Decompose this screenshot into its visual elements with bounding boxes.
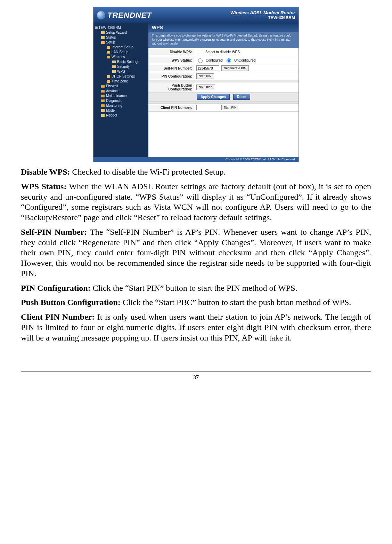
input-self-pin[interactable] xyxy=(196,65,219,71)
brand-text: TRENDNET xyxy=(107,11,152,20)
sidebar-item-diagnostic[interactable]: Diagnostic xyxy=(95,98,147,103)
radio-configured[interactable] xyxy=(198,58,203,63)
page-icon xyxy=(107,75,110,78)
sidebar-item-label: Mode xyxy=(106,108,115,113)
term-wps-status: WPS Status: xyxy=(21,182,66,191)
page-icon xyxy=(107,46,110,49)
brand: TRENDNET xyxy=(97,11,152,20)
checkbox-disable-wps[interactable] xyxy=(198,50,202,54)
radio-unconfigured-label: UnConfigured xyxy=(234,58,256,62)
sidebar-item-label: Security xyxy=(117,64,130,69)
product-line-2: TEW-436BRM xyxy=(230,16,295,20)
folder-open-icon xyxy=(107,56,110,58)
label-client-pin: Client PIN Number: xyxy=(148,105,194,111)
sidebar-item-label: Maintainance xyxy=(106,94,126,98)
folder-icon xyxy=(101,95,105,97)
label-self-pin: Self-PIN Number: xyxy=(148,65,194,71)
sidebar-item-lan-setup[interactable]: LAN Setup xyxy=(95,50,147,55)
label-disable-wps: Disable WPS: xyxy=(148,49,194,55)
sidebar-item-label: DHCP Settings xyxy=(112,74,135,79)
sidebar-item-label: Advance xyxy=(106,89,120,94)
sidebar-item-setup[interactable]: Setup xyxy=(95,40,147,45)
sidebar-item-label: Wireless xyxy=(112,55,125,59)
router-header: TRENDNET Wireless ADSL Modem Router TEW-… xyxy=(93,7,299,23)
sidebar-item-firewall[interactable]: Firewall xyxy=(95,84,147,89)
sidebar-item-wireless[interactable]: Wireless xyxy=(95,55,147,59)
sidebar-item-label: Time Zone xyxy=(112,79,128,84)
main-pane: WPS This page allows you to change the s… xyxy=(148,23,299,157)
sidebar-item-label: Internet Setup xyxy=(112,45,133,50)
page-number: 37 xyxy=(21,371,371,381)
page-icon xyxy=(112,70,116,73)
pane-title: WPS xyxy=(148,23,299,32)
folder-icon xyxy=(101,104,105,107)
label-wps-status: WPS Status: xyxy=(148,57,194,63)
sidebar-item-label: Diagnostic xyxy=(106,98,122,103)
sidebar-item-mode[interactable]: Mode xyxy=(95,108,147,113)
sidebar-item-wps[interactable]: WPS xyxy=(95,69,147,74)
sidebar-item-reboot[interactable]: Reboot xyxy=(95,113,147,118)
sidebar-item-label: Basic Settings xyxy=(117,59,139,64)
globe-icon xyxy=(97,11,105,19)
sidebar-item-internet-setup[interactable]: Internet Setup xyxy=(95,45,147,50)
term-push-button: Push Button Configuration: xyxy=(21,298,121,307)
sidebar-item-label: Firewall xyxy=(106,84,118,89)
start-pin-button[interactable]: Start PIN xyxy=(196,73,214,79)
def-pin-config: Click the “Start PIN” button to start th… xyxy=(91,283,297,293)
page-icon xyxy=(101,109,105,112)
pane-description: This page allows you to change the setti… xyxy=(148,32,299,48)
def-push-button: Click the “Start PBC” button to start th… xyxy=(121,298,351,307)
start-pbc-button[interactable]: Start PBC xyxy=(196,85,215,90)
sidebar-item-label: Monitoring xyxy=(106,103,122,108)
sidebar-item-label: LAN Setup xyxy=(112,50,128,55)
term-self-pin: Self-PIN Number: xyxy=(21,227,87,237)
page-icon xyxy=(107,51,110,54)
sidebar-item-security[interactable]: Security xyxy=(95,64,147,69)
sidebar-item-label: Setup Wizard xyxy=(106,30,127,35)
def-wps-status: When the WLAN ADSL Router settings are f… xyxy=(21,182,371,222)
sidebar-item-advance[interactable]: Advance xyxy=(95,89,147,94)
term-pin-config: PIN Configuration: xyxy=(21,283,91,293)
sidebar-item-label: WPS xyxy=(117,69,125,74)
sidebar-item-dhcp-settings[interactable]: DHCP Settings xyxy=(95,74,147,79)
label-push-button: Push Button Configuration: xyxy=(148,82,194,92)
client-start-pin-button[interactable]: Start PIN xyxy=(221,105,239,110)
page-icon xyxy=(112,61,116,63)
reset-button[interactable]: Reset xyxy=(233,94,250,100)
term-client-pin: Client PIN Number: xyxy=(21,312,95,321)
page-icon xyxy=(101,31,105,34)
term-disable-wps: Disable WPS: xyxy=(21,167,70,176)
folder-icon xyxy=(101,90,105,93)
input-client-pin[interactable] xyxy=(196,105,219,110)
router-admin-window: TRENDNET Wireless ADSL Modem Router TEW-… xyxy=(93,7,299,162)
label-pin-config: PIN Configuration: xyxy=(148,73,194,79)
radio-configured-label: Configured xyxy=(206,58,223,62)
product-title: Wireless ADSL Modem Router TEW-436BRM xyxy=(230,10,295,20)
sidebar-item-label: Reboot xyxy=(106,113,117,118)
sidebar: TEW-436BRM Setup WizardStatusSetupIntern… xyxy=(93,23,148,157)
router-footer: Copyright © 2009 TRENDnet. All Rights Re… xyxy=(93,157,299,162)
sidebar-item-maintainance[interactable]: Maintainance xyxy=(95,94,147,98)
folder-icon xyxy=(101,99,105,102)
sidebar-root[interactable]: TEW-436BRM xyxy=(95,25,147,30)
def-disable-wps: Checked to disable the Wi-Fi protected S… xyxy=(70,167,226,176)
folder-open-icon xyxy=(101,41,105,44)
sidebar-item-label: Setup xyxy=(106,40,115,45)
sidebar-item-setup-wizard[interactable]: Setup Wizard xyxy=(95,30,147,35)
radio-unconfigured[interactable] xyxy=(227,58,231,63)
sidebar-item-label: Status xyxy=(106,35,116,40)
page-icon xyxy=(101,114,105,117)
apply-changes-button[interactable]: Apply Changes xyxy=(197,94,230,100)
document-body: Disable WPS: Checked to disable the Wi-F… xyxy=(21,167,371,343)
sidebar-item-basic-settings[interactable]: Basic Settings xyxy=(95,59,147,64)
regenerate-pin-button[interactable]: Regenerate PIN xyxy=(221,65,249,71)
folder-icon xyxy=(101,85,105,88)
page-icon xyxy=(101,36,105,39)
checkbox-disable-wps-label: Select to disable WPS xyxy=(205,50,240,54)
sidebar-item-monitoring[interactable]: Monitoring xyxy=(95,103,147,108)
page-icon xyxy=(112,65,116,68)
sidebar-item-status[interactable]: Status xyxy=(95,35,147,40)
sidebar-item-time-zone[interactable]: Time Zone xyxy=(95,79,147,84)
page-icon xyxy=(107,80,110,83)
product-line-1: Wireless ADSL Modem Router xyxy=(230,10,295,15)
